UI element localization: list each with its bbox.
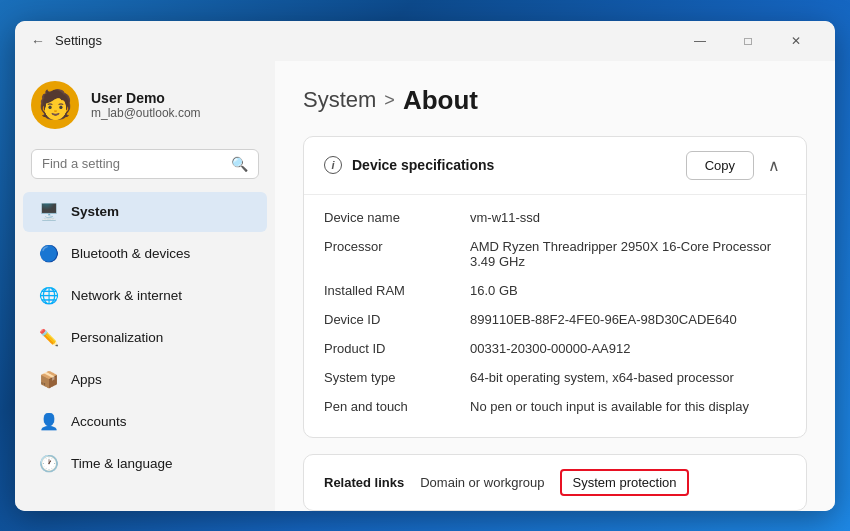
maximize-button[interactable]: □ [725,25,771,57]
sidebar-item-apps[interactable]: 📦 Apps [23,360,267,400]
content-area: 🧑 User Demo m_lab@outlook.com 🔍 🖥️ Syste… [15,61,835,511]
search-icon: 🔍 [231,156,248,172]
spec-value-1: AMD Ryzen Threadripper 2950X 16-Core Pro… [470,239,786,269]
related-links-label: Related links [324,475,404,490]
system-icon: 🖥️ [39,202,59,222]
user-section: 🧑 User Demo m_lab@outlook.com [15,73,275,145]
specs-table: Device name vm-w11-ssd Processor AMD Ryz… [304,195,806,437]
spec-value-0: vm-w11-ssd [470,210,786,225]
window-title: Settings [55,33,102,48]
apps-icon: 📦 [39,370,59,390]
spec-label-5: System type [324,370,454,385]
back-button[interactable]: ← [31,33,45,49]
breadcrumb-system: System [303,87,376,113]
sidebar-item-system[interactable]: 🖥️ System [23,192,267,232]
spec-label-2: Installed RAM [324,283,454,298]
spec-value-6: No pen or touch input is available for t… [470,399,786,414]
system-protection-link[interactable]: System protection [560,469,688,496]
minimize-button[interactable]: — [677,25,723,57]
spec-label-0: Device name [324,210,454,225]
section-title: Device specifications [352,157,494,173]
sidebar-item-accounts[interactable]: 👤 Accounts [23,402,267,442]
spec-value-5: 64-bit operating system, x64-based proce… [470,370,786,385]
settings-window: ← Settings — □ ✕ 🧑 User Demo m_lab@outlo… [15,21,835,511]
copy-button[interactable]: Copy [686,151,754,180]
user-name: User Demo [91,90,201,106]
spec-row-device-name: Device name vm-w11-ssd [324,203,786,232]
back-icon: ← [31,33,45,49]
avatar-icon: 🧑 [38,88,73,121]
user-info: User Demo m_lab@outlook.com [91,90,201,120]
bluetooth-icon: 🔵 [39,244,59,264]
personalization-icon: ✏️ [39,328,59,348]
spec-label-6: Pen and touch [324,399,454,414]
device-specs-card: i Device specifications Copy ∧ Device na… [303,136,807,438]
spec-label-3: Device ID [324,312,454,327]
sidebar-label-personalization: Personalization [71,330,163,345]
time-icon: 🕐 [39,454,59,474]
close-button[interactable]: ✕ [773,25,819,57]
breadcrumb-about: About [403,85,478,116]
spec-value-4: 00331-20300-00000-AA912 [470,341,786,356]
search-input[interactable] [42,156,223,171]
sidebar-label-accounts: Accounts [71,414,127,429]
titlebar: ← Settings — □ ✕ [15,21,835,61]
sidebar-label-bluetooth: Bluetooth & devices [71,246,190,261]
user-email: m_lab@outlook.com [91,106,201,120]
spec-value-3: 899110EB-88F2-4FE0-96EA-98D30CADE640 [470,312,786,327]
window-controls: — □ ✕ [677,25,819,57]
sidebar-item-network[interactable]: 🌐 Network & internet [23,276,267,316]
spec-label-1: Processor [324,239,454,269]
spec-row-product-id: Product ID 00331-20300-00000-AA912 [324,334,786,363]
network-icon: 🌐 [39,286,59,306]
spec-row-device-id: Device ID 899110EB-88F2-4FE0-96EA-98D30C… [324,305,786,334]
search-box[interactable]: 🔍 [31,149,259,179]
collapse-button[interactable]: ∧ [762,154,786,177]
sidebar-item-bluetooth[interactable]: 🔵 Bluetooth & devices [23,234,267,274]
spec-value-2: 16.0 GB [470,283,786,298]
main-panel: System > About i Device specifications C… [275,61,835,511]
breadcrumb-chevron: > [384,90,395,111]
accounts-icon: 👤 [39,412,59,432]
spec-row-processor: Processor AMD Ryzen Threadripper 2950X 1… [324,232,786,276]
copy-label: Copy [705,158,735,173]
card-header: i Device specifications Copy ∧ [304,137,806,195]
sidebar-label-system: System [71,204,119,219]
spec-row-system-type: System type 64-bit operating system, x64… [324,363,786,392]
sidebar-label-network: Network & internet [71,288,182,303]
spec-row-pen-touch: Pen and touch No pen or touch input is a… [324,392,786,421]
sidebar-item-time[interactable]: 🕐 Time & language [23,444,267,484]
spec-label-4: Product ID [324,341,454,356]
card-header-left: i Device specifications [324,156,494,174]
avatar: 🧑 [31,81,79,129]
sidebar: 🧑 User Demo m_lab@outlook.com 🔍 🖥️ Syste… [15,61,275,511]
sidebar-label-time: Time & language [71,456,173,471]
sidebar-item-personalization[interactable]: ✏️ Personalization [23,318,267,358]
info-icon: i [324,156,342,174]
domain-workgroup-link[interactable]: Domain or workgroup [420,475,544,490]
page-header: System > About [303,85,807,116]
sidebar-label-apps: Apps [71,372,102,387]
related-links-section: Related links Domain or workgroup System… [303,454,807,511]
spec-row-ram: Installed RAM 16.0 GB [324,276,786,305]
